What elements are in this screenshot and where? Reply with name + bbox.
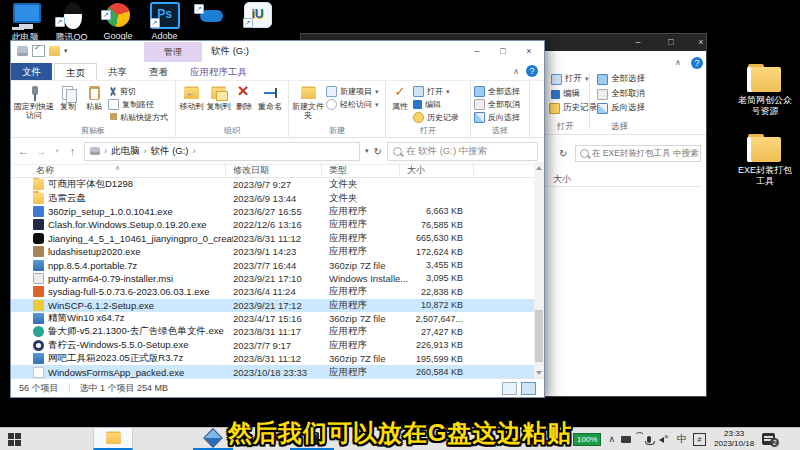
properties-button[interactable]: 属性	[389, 83, 411, 126]
table-row[interactable]: 可商用字体包D1298 2023/9/7 9:27 文件夹	[11, 178, 534, 191]
move-to-button[interactable]: 移动到	[179, 83, 204, 126]
search-input[interactable]: 在 EXE封装打包工具 中搜索	[575, 145, 701, 162]
select-none-button[interactable]: 全部取消	[474, 99, 520, 110]
maximize-button[interactable]: □	[659, 34, 683, 51]
copy-to-icon	[210, 85, 227, 101]
breadcrumb-drive-g[interactable]: 软件 (G:)	[151, 145, 189, 158]
minimize-button[interactable]: –	[464, 41, 490, 61]
paste-button[interactable]: 粘贴	[82, 83, 106, 126]
desktop-icon[interactable]: 腾讯QQ	[49, 2, 95, 44]
select-none-button[interactable]: 全部取消	[597, 88, 645, 100]
ribbon-group-label: 选择	[611, 121, 628, 133]
new-folder-button[interactable]: 新建文件夹	[292, 83, 324, 126]
edit-button[interactable]: 编辑	[413, 99, 459, 110]
scrollbar-thumb[interactable]	[535, 310, 543, 362]
table-row[interactable]: Jianying_4_5_1_10461_jianyingpro_0_creat…	[11, 232, 534, 245]
copy-button[interactable]: 复制	[56, 83, 80, 126]
file-size: 226,913 KB	[411, 340, 463, 350]
table-row[interactable]: WindowsFormsApp_packed.exe 2023/10/18 23…	[11, 365, 534, 378]
open-button[interactable]: 打开▾	[551, 73, 589, 85]
qat-dropdown-icon[interactable]: ▾	[64, 47, 68, 55]
desktop-icon[interactable]: Google	[95, 2, 141, 41]
new-folder-icon[interactable]	[49, 46, 60, 56]
copy-to-button[interactable]: 复制到	[206, 83, 231, 126]
pin-to-quick-access-button[interactable]: 固定到快速访问	[14, 83, 54, 126]
close-button[interactable]: ×	[516, 41, 542, 61]
column-header-date[interactable]: 修改日期	[233, 164, 269, 177]
refresh-icon[interactable]: ↻	[374, 146, 382, 157]
desktop-icon[interactable]: Ps Adobe	[142, 2, 188, 41]
new-item-button[interactable]: 新建项目▾	[326, 86, 379, 97]
file-icon	[33, 326, 44, 337]
refresh-icon[interactable]: ↻	[559, 148, 567, 159]
history-button[interactable]: 历史记录	[413, 112, 459, 123]
table-row[interactable]: putty-arm64-0.79-installer.msi 2023/9/21…	[11, 272, 534, 285]
address-dropdown-icon[interactable]: ▾	[365, 147, 369, 155]
close-button[interactable]: ×	[689, 34, 713, 51]
minimize-button[interactable]: –	[626, 34, 650, 51]
tab-home[interactable]: 主页	[54, 63, 97, 80]
easy-access-button[interactable]: 轻松访问▾	[326, 99, 379, 110]
paste-shortcut-button[interactable]: 粘贴快捷方式	[108, 112, 168, 123]
up-button[interactable]: ↑	[66, 145, 79, 157]
maximize-button[interactable]: □	[490, 41, 516, 61]
breadcrumb[interactable]: › 此电脑 › 软件 (G:) ›	[84, 142, 360, 161]
collapse-ribbon-icon[interactable]: ∧	[675, 58, 681, 67]
table-row[interactable]: 青柠云-Windows-5.5.0-Setup.exe 2023/7/7 9:1…	[11, 339, 534, 352]
file-name: sysdiag-full-5.0.73.6-2023.06.03.1.exe	[48, 286, 233, 297]
back-button[interactable]: ←	[17, 145, 30, 157]
column-header-size[interactable]: 大小	[407, 164, 425, 177]
invert-selection-icon	[597, 103, 608, 114]
open-button[interactable]: 打开▾	[413, 86, 459, 97]
table-row[interactable]: ludashisetup2020.exe 2023/9/1 14:23 应用程序…	[11, 245, 534, 258]
column-header-size[interactable]: 大小	[553, 173, 571, 186]
column-header-type[interactable]: 类型	[329, 164, 347, 177]
forward-button[interactable]: →	[35, 145, 48, 157]
select-all-button[interactable]: 全部选择	[474, 86, 520, 97]
table-row[interactable]: 鲁大师-v5.21.1300-去广告绿色单文件.exe 2023/8/31 11…	[11, 325, 534, 338]
table-row[interactable]: 360zip_setup_1.0.0.1041.exe 2023/6/27 16…	[11, 205, 534, 218]
invert-selection-button[interactable]: 反向选择	[597, 102, 645, 114]
table-row[interactable]: 精简Win10 x64.7z 2023/4/17 15:16 360zip 7Z…	[11, 312, 534, 325]
scroll-down-icon[interactable]	[536, 371, 542, 375]
titlebar[interactable]: ▾ 管理 软件 (G:) – □ ×	[11, 41, 544, 63]
copy-path-button[interactable]: 复制路径	[108, 99, 168, 110]
table-row[interactable]: 迅雷云盘 2023/6/9 13:44 文件夹	[11, 191, 534, 204]
collapse-ribbon-icon[interactable]: ∧	[513, 67, 519, 76]
desktop-icon[interactable]: 此电脑	[2, 2, 48, 44]
desktop-icon[interactable]	[188, 2, 234, 31]
help-icon[interactable]: ?	[691, 57, 703, 69]
table-row[interactable]: Clash.for.Windows.Setup.0.19.20.exe 2022…	[11, 218, 534, 231]
table-row[interactable]: 网吧工具箱2023.05正式版R3.7z 2023/8/31 11:12 360…	[11, 352, 534, 365]
manage-contextual-tab[interactable]: 管理	[144, 42, 202, 62]
scroll-up-icon[interactable]	[536, 166, 542, 170]
large-icons-view-icon[interactable]	[521, 382, 536, 395]
column-header-name[interactable]: 名称	[36, 164, 54, 177]
recent-locations-dropdown-icon[interactable]: ▾	[53, 147, 61, 155]
properties-icon[interactable]	[32, 45, 45, 57]
edit-button[interactable]: 编辑	[551, 88, 580, 100]
select-all-button[interactable]: 全部选择	[597, 73, 645, 85]
table-row[interactable]: npp.8.5.4.portable.7z 2023/7/7 16:44 360…	[11, 258, 534, 271]
search-input[interactable]: 在 软件 (G:) 中搜索	[387, 142, 538, 161]
invert-selection-button[interactable]: 反向选择	[474, 112, 520, 123]
help-icon[interactable]: ?	[526, 65, 538, 77]
desktop-icon[interactable]: EXE封装打包 工具	[733, 134, 797, 187]
delete-button[interactable]: 删除	[233, 83, 255, 126]
tab-view[interactable]: 查看	[138, 63, 179, 80]
rename-button[interactable]: 重命名	[257, 83, 283, 126]
vertical-scrollbar[interactable]	[534, 162, 544, 379]
table-row[interactable]: WinSCP-6.1.2-Setup.exe 2023/9/21 17:12 应…	[11, 299, 534, 312]
breadcrumb-this-pc[interactable]: 此电脑	[111, 145, 140, 158]
tab-file[interactable]: 文件	[11, 63, 52, 80]
tab-share[interactable]: 共享	[97, 63, 138, 80]
desktop-icon[interactable]: 老简网创公众 号资源	[733, 64, 797, 117]
desktop-icon[interactable]: iU	[235, 2, 281, 30]
file-icon	[33, 367, 44, 378]
drive-icon[interactable]	[17, 46, 28, 56]
file-date-modified: 2023/8/31 11:12	[233, 353, 329, 364]
cut-button[interactable]: 剪切	[108, 86, 168, 97]
details-view-icon[interactable]	[502, 382, 517, 395]
table-row[interactable]: sysdiag-full-5.0.73.6-2023.06.03.1.exe 2…	[11, 285, 534, 298]
tab-application-tools[interactable]: 应用程序工具	[179, 63, 258, 80]
